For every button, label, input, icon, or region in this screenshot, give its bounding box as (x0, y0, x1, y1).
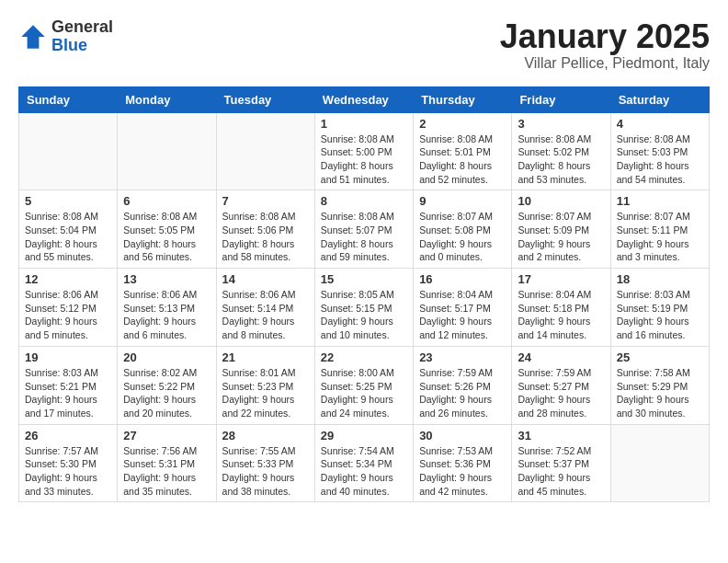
day-info: Sunrise: 8:08 AM Sunset: 5:00 PM Dayligh… (321, 132, 407, 187)
calendar: SundayMondayTuesdayWednesdayThursdayFrid… (18, 86, 710, 503)
day-info: Sunrise: 7:57 AM Sunset: 5:30 PM Dayligh… (25, 444, 111, 499)
calendar-cell: 10Sunrise: 8:07 AM Sunset: 5:09 PM Dayli… (512, 190, 610, 269)
day-number: 19 (25, 350, 111, 364)
calendar-cell (118, 112, 216, 190)
day-info: Sunrise: 7:53 AM Sunset: 5:36 PM Dayligh… (419, 444, 506, 499)
calendar-cell: 12Sunrise: 8:06 AM Sunset: 5:12 PM Dayli… (19, 269, 118, 347)
calendar-cell: 9Sunrise: 8:07 AM Sunset: 5:08 PM Daylig… (414, 190, 512, 269)
logo-icon (18, 22, 48, 52)
weekday-header-tuesday: Tuesday (216, 86, 314, 112)
day-number: 15 (321, 272, 407, 286)
month-title: January 2025 (500, 18, 710, 55)
calendar-cell: 13Sunrise: 8:06 AM Sunset: 5:13 PM Dayli… (118, 269, 216, 347)
day-info: Sunrise: 8:08 AM Sunset: 5:02 PM Dayligh… (518, 132, 604, 187)
day-number: 20 (123, 350, 210, 364)
calendar-cell: 19Sunrise: 8:03 AM Sunset: 5:21 PM Dayli… (19, 346, 118, 424)
day-info: Sunrise: 7:55 AM Sunset: 5:33 PM Dayligh… (222, 444, 309, 499)
day-number: 6 (123, 194, 210, 208)
day-number: 1 (321, 117, 407, 131)
calendar-cell: 29Sunrise: 7:54 AM Sunset: 5:34 PM Dayli… (314, 424, 413, 502)
day-number: 23 (419, 350, 506, 364)
calendar-cell: 26Sunrise: 7:57 AM Sunset: 5:30 PM Dayli… (19, 424, 118, 502)
day-number: 28 (222, 429, 309, 442)
day-info: Sunrise: 8:08 AM Sunset: 5:07 PM Dayligh… (321, 210, 407, 264)
weekday-header-friday: Friday (512, 86, 610, 112)
day-number: 29 (321, 429, 407, 442)
calendar-cell (19, 112, 118, 190)
day-info: Sunrise: 8:04 AM Sunset: 5:18 PM Dayligh… (518, 288, 604, 342)
calendar-cell: 31Sunrise: 7:52 AM Sunset: 5:37 PM Dayli… (512, 424, 610, 502)
calendar-cell: 20Sunrise: 8:02 AM Sunset: 5:22 PM Dayli… (118, 346, 216, 424)
weekday-header-row: SundayMondayTuesdayWednesdayThursdayFrid… (19, 86, 710, 112)
calendar-cell: 8Sunrise: 8:08 AM Sunset: 5:07 PM Daylig… (314, 190, 413, 269)
calendar-cell: 18Sunrise: 8:03 AM Sunset: 5:19 PM Dayli… (610, 269, 709, 347)
day-info: Sunrise: 8:06 AM Sunset: 5:14 PM Dayligh… (222, 288, 309, 342)
calendar-cell: 1Sunrise: 8:08 AM Sunset: 5:00 PM Daylig… (314, 112, 413, 190)
day-number: 24 (518, 350, 604, 364)
day-info: Sunrise: 7:52 AM Sunset: 5:37 PM Dayligh… (518, 444, 604, 499)
calendar-cell: 14Sunrise: 8:06 AM Sunset: 5:14 PM Dayli… (216, 269, 314, 347)
day-info: Sunrise: 8:00 AM Sunset: 5:25 PM Dayligh… (321, 366, 407, 420)
day-number: 3 (518, 117, 604, 131)
day-number: 22 (321, 350, 407, 364)
calendar-cell: 27Sunrise: 7:56 AM Sunset: 5:31 PM Dayli… (118, 424, 216, 502)
week-row-4: 19Sunrise: 8:03 AM Sunset: 5:21 PM Dayli… (19, 346, 710, 424)
day-info: Sunrise: 8:08 AM Sunset: 5:06 PM Dayligh… (222, 210, 309, 264)
logo: General Blue (18, 18, 113, 55)
calendar-cell: 22Sunrise: 8:00 AM Sunset: 5:25 PM Dayli… (314, 346, 413, 424)
day-number: 30 (419, 429, 506, 442)
week-row-2: 5Sunrise: 8:08 AM Sunset: 5:04 PM Daylig… (19, 190, 710, 269)
calendar-cell: 16Sunrise: 8:04 AM Sunset: 5:17 PM Dayli… (414, 269, 512, 347)
day-number: 9 (419, 194, 506, 208)
day-info: Sunrise: 8:06 AM Sunset: 5:12 PM Dayligh… (25, 288, 111, 342)
calendar-cell: 24Sunrise: 7:59 AM Sunset: 5:27 PM Dayli… (512, 346, 610, 424)
logo-text: General Blue (51, 18, 113, 55)
day-info: Sunrise: 7:56 AM Sunset: 5:31 PM Dayligh… (123, 444, 210, 499)
day-info: Sunrise: 7:58 AM Sunset: 5:29 PM Dayligh… (617, 366, 703, 420)
calendar-cell: 6Sunrise: 8:08 AM Sunset: 5:05 PM Daylig… (118, 190, 216, 269)
day-number: 2 (419, 117, 506, 131)
weekday-header-saturday: Saturday (610, 86, 709, 112)
calendar-cell: 4Sunrise: 8:08 AM Sunset: 5:03 PM Daylig… (610, 112, 709, 190)
calendar-cell: 25Sunrise: 7:58 AM Sunset: 5:29 PM Dayli… (610, 346, 709, 424)
day-info: Sunrise: 8:08 AM Sunset: 5:03 PM Dayligh… (617, 132, 703, 187)
day-number: 4 (617, 117, 703, 131)
day-info: Sunrise: 8:08 AM Sunset: 5:05 PM Dayligh… (123, 210, 210, 264)
svg-marker-0 (21, 25, 45, 49)
day-number: 8 (321, 194, 407, 208)
week-row-5: 26Sunrise: 7:57 AM Sunset: 5:30 PM Dayli… (19, 424, 710, 502)
calendar-cell (610, 424, 709, 502)
day-number: 21 (222, 350, 309, 364)
day-info: Sunrise: 8:06 AM Sunset: 5:13 PM Dayligh… (123, 288, 210, 342)
calendar-cell: 2Sunrise: 8:08 AM Sunset: 5:01 PM Daylig… (414, 112, 512, 190)
day-number: 10 (518, 194, 604, 208)
calendar-cell: 11Sunrise: 8:07 AM Sunset: 5:11 PM Dayli… (610, 190, 709, 269)
logo-blue-text: Blue (51, 37, 113, 55)
calendar-cell: 7Sunrise: 8:08 AM Sunset: 5:06 PM Daylig… (216, 190, 314, 269)
calendar-cell: 28Sunrise: 7:55 AM Sunset: 5:33 PM Dayli… (216, 424, 314, 502)
day-info: Sunrise: 8:07 AM Sunset: 5:08 PM Dayligh… (419, 210, 506, 264)
day-number: 12 (25, 272, 111, 286)
day-number: 27 (123, 429, 210, 442)
calendar-cell: 30Sunrise: 7:53 AM Sunset: 5:36 PM Dayli… (414, 424, 512, 502)
page-header: General Blue January 2025 Villar Pellice… (18, 18, 710, 72)
day-info: Sunrise: 8:04 AM Sunset: 5:17 PM Dayligh… (419, 288, 506, 342)
weekday-header-monday: Monday (118, 86, 216, 112)
day-info: Sunrise: 7:59 AM Sunset: 5:27 PM Dayligh… (518, 366, 604, 420)
logo-general-text: General (51, 18, 113, 37)
day-info: Sunrise: 8:08 AM Sunset: 5:04 PM Dayligh… (25, 210, 111, 264)
week-row-1: 1Sunrise: 8:08 AM Sunset: 5:00 PM Daylig… (19, 112, 710, 190)
day-info: Sunrise: 8:03 AM Sunset: 5:21 PM Dayligh… (25, 366, 111, 420)
calendar-cell: 21Sunrise: 8:01 AM Sunset: 5:23 PM Dayli… (216, 346, 314, 424)
day-info: Sunrise: 8:07 AM Sunset: 5:09 PM Dayligh… (518, 210, 604, 264)
calendar-cell: 23Sunrise: 7:59 AM Sunset: 5:26 PM Dayli… (414, 346, 512, 424)
title-section: January 2025 Villar Pellice, Piedmont, I… (500, 18, 710, 72)
day-info: Sunrise: 7:54 AM Sunset: 5:34 PM Dayligh… (321, 444, 407, 499)
calendar-cell: 17Sunrise: 8:04 AM Sunset: 5:18 PM Dayli… (512, 269, 610, 347)
day-info: Sunrise: 8:03 AM Sunset: 5:19 PM Dayligh… (617, 288, 703, 342)
weekday-header-wednesday: Wednesday (314, 86, 413, 112)
day-number: 5 (25, 194, 111, 208)
calendar-cell (216, 112, 314, 190)
day-info: Sunrise: 7:59 AM Sunset: 5:26 PM Dayligh… (419, 366, 506, 420)
day-info: Sunrise: 8:08 AM Sunset: 5:01 PM Dayligh… (419, 132, 506, 187)
